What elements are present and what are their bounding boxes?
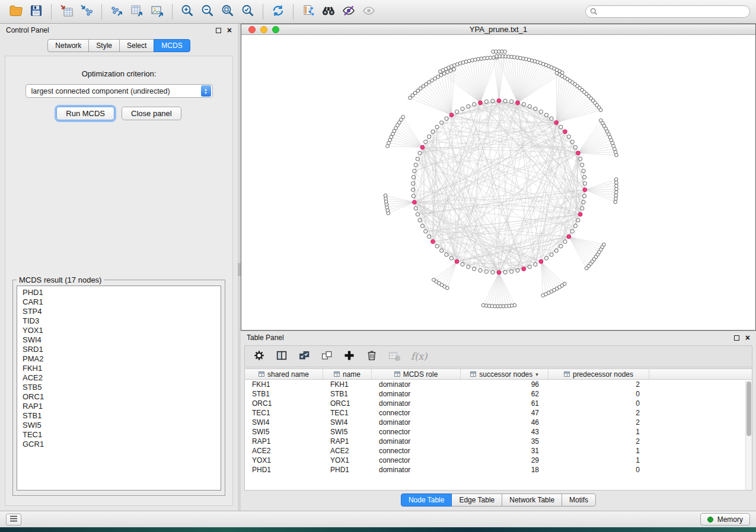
- function-builder-icon[interactable]: f(x): [411, 351, 427, 362]
- result-item[interactable]: SRD1: [23, 345, 215, 354]
- tab-style[interactable]: Style: [88, 39, 120, 52]
- cell-shared_name: YOX1: [245, 456, 323, 464]
- zoom-out-button[interactable]: [197, 2, 218, 21]
- table-row[interactable]: PHD1PHD1dominator180: [245, 465, 752, 475]
- column-header-successor-nodes[interactable]: successor nodes▾: [461, 369, 548, 379]
- result-item[interactable]: STP4: [23, 307, 215, 316]
- cell-mcds_role: connector: [372, 409, 461, 417]
- column-label: successor nodes: [479, 370, 532, 379]
- tab-mcds[interactable]: MCDS: [154, 39, 190, 52]
- float-panel-icon[interactable]: [216, 28, 221, 33]
- show-columns-button[interactable]: [272, 348, 291, 366]
- select-all-button[interactable]: [295, 348, 314, 366]
- deselect-all-button[interactable]: [317, 348, 336, 366]
- window-maximize-icon[interactable]: [272, 26, 279, 33]
- result-item[interactable]: CAR1: [23, 297, 215, 307]
- open-session-button[interactable]: [6, 2, 26, 21]
- show-panels-button[interactable]: [6, 514, 21, 525]
- cell-predecessor_nodes: 1: [548, 456, 649, 464]
- column-settings-button[interactable]: [250, 348, 269, 366]
- import-table-button[interactable]: [56, 2, 76, 21]
- close-panel-icon[interactable]: ×: [227, 27, 232, 34]
- result-item[interactable]: GCR1: [23, 440, 215, 449]
- export-network-button[interactable]: [107, 2, 127, 21]
- trash-icon: [365, 349, 378, 364]
- column-label: name: [343, 370, 361, 379]
- scrollbar-thumb[interactable]: [747, 382, 751, 436]
- tab-network[interactable]: Network: [47, 39, 89, 52]
- add-button[interactable]: [340, 348, 359, 366]
- delete-table-button[interactable]: [385, 348, 404, 366]
- copy-style-button[interactable]: [298, 2, 318, 21]
- tab-network-table[interactable]: Network Table: [502, 493, 562, 507]
- window-close-icon[interactable]: [248, 26, 256, 33]
- save-session-button[interactable]: [26, 2, 46, 21]
- tab-node-table[interactable]: Node Table: [401, 493, 452, 507]
- import-network-button[interactable]: [76, 2, 97, 21]
- table-scrollbar[interactable]: [745, 380, 752, 490]
- panel-splitter[interactable]: [238, 24, 241, 511]
- result-item[interactable]: ACE2: [23, 373, 215, 383]
- table-row[interactable]: ORC1ORC1dominator610: [245, 399, 752, 408]
- column-header-MCDS-role[interactable]: MCDS role: [372, 369, 461, 379]
- float-panel-icon[interactable]: [734, 335, 739, 341]
- result-item[interactable]: ORC1: [23, 392, 215, 402]
- zoom-selected-button[interactable]: [238, 2, 258, 21]
- cell-shared_name: SWI4: [245, 418, 323, 427]
- list-icon: [9, 515, 18, 524]
- eye-slash-icon: [342, 4, 356, 20]
- table-row[interactable]: RAP1RAP1dominator352: [245, 437, 752, 446]
- tab-select[interactable]: Select: [119, 39, 154, 52]
- table-row[interactable]: SWI5SWI5connector431: [245, 427, 752, 437]
- table-row[interactable]: STB1STB1dominator620: [245, 389, 752, 399]
- network-canvas[interactable]: [241, 35, 755, 330]
- result-item[interactable]: FKH1: [23, 364, 215, 373]
- column-header-predecessor-nodes[interactable]: predecessor nodes: [548, 369, 649, 379]
- table-row[interactable]: YOX1YOX1connector291: [245, 456, 752, 465]
- mcds-result-list[interactable]: PHD1CAR1STP4TID3YOX1SWI4SRD1PMA2FKH1ACE2…: [17, 286, 221, 491]
- table-row[interactable]: ACE2ACE2connector311: [245, 446, 752, 456]
- zoom-fit-button[interactable]: [218, 2, 238, 21]
- tab-motifs[interactable]: Motifs: [562, 493, 596, 507]
- cell-shared_name: SWI5: [245, 428, 323, 436]
- tab-edge-table[interactable]: Edge Table: [451, 493, 502, 507]
- run-mcds-button[interactable]: Run MCDS: [56, 107, 114, 120]
- hide-selected-button[interactable]: [339, 2, 359, 21]
- optimization-criterion-select[interactable]: largest connected component (undirected)…: [25, 84, 213, 98]
- search-input[interactable]: [585, 5, 750, 18]
- close-panel-button[interactable]: Close panel: [122, 107, 181, 120]
- result-item[interactable]: TEC1: [23, 430, 215, 440]
- result-item[interactable]: STB1: [23, 411, 215, 421]
- apply-layout-button[interactable]: [268, 2, 288, 21]
- show-all-button[interactable]: [359, 2, 379, 21]
- cell-name: ACE2: [323, 447, 372, 455]
- search-network-button[interactable]: [318, 2, 339, 21]
- result-item[interactable]: YOX1: [23, 326, 215, 335]
- column-header-shared-name[interactable]: shared name: [245, 369, 323, 379]
- close-panel-icon[interactable]: ×: [745, 334, 750, 341]
- export-image-button[interactable]: [147, 2, 167, 21]
- result-item[interactable]: SWI4: [23, 335, 215, 345]
- result-item[interactable]: PHD1: [23, 288, 215, 297]
- delete-button[interactable]: [362, 348, 381, 366]
- table-row[interactable]: SWI4SWI4dominator462: [245, 418, 752, 427]
- memory-button[interactable]: Memory: [700, 513, 750, 525]
- result-item[interactable]: PMA2: [23, 354, 215, 364]
- delete-table-icon: [388, 349, 401, 364]
- zoom-in-button[interactable]: [177, 2, 197, 21]
- result-item[interactable]: RAP1: [23, 402, 215, 411]
- cell-shared_name: RAP1: [245, 437, 323, 446]
- window-minimize-icon[interactable]: [260, 26, 267, 33]
- control-panel-tabs: NetworkStyleSelectMCDS: [0, 39, 238, 52]
- table-row[interactable]: FKH1FKH1dominator962: [245, 380, 752, 389]
- network-window: YPA_prune.txt_1: [241, 24, 756, 331]
- result-item[interactable]: STB5: [23, 383, 215, 392]
- table-row[interactable]: TEC1TEC1connector472: [245, 408, 752, 418]
- memory-status-icon: [707, 517, 713, 523]
- result-item[interactable]: SWI5: [23, 421, 215, 430]
- splitter-grip[interactable]: [238, 263, 241, 276]
- column-header-name[interactable]: name: [323, 369, 372, 379]
- zoom-in-icon: [180, 4, 194, 20]
- result-item[interactable]: TID3: [23, 316, 215, 326]
- export-table-button[interactable]: [127, 2, 147, 21]
